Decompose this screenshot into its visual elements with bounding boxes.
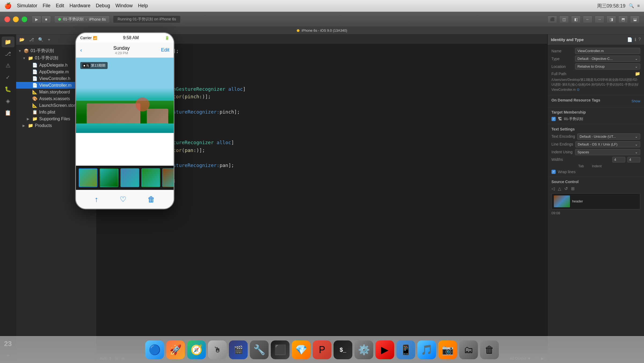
dock-app2[interactable]: 🎵 xyxy=(417,340,436,359)
dock-launchpad[interactable]: 🚀 xyxy=(166,340,185,359)
file-reveal-icon[interactable]: 📁 xyxy=(635,71,640,76)
target-checkbox[interactable]: ✓ xyxy=(551,117,556,121)
thumbnail-1[interactable] xyxy=(79,168,97,187)
apple-menu-icon[interactable]: 🍎 xyxy=(4,2,12,9)
menu-list-icon[interactable]: ≡ xyxy=(637,3,640,8)
inspector-help-icon[interactable]: ? xyxy=(638,37,641,42)
thumbnail-4[interactable] xyxy=(141,168,160,187)
inspector-info-icon[interactable]: ℹ xyxy=(635,37,636,42)
dock-trash[interactable]: 🗑 xyxy=(480,340,499,359)
dock-movie[interactable]: 🎬 xyxy=(229,340,248,359)
chevron-down-icon: ⌄ xyxy=(635,142,638,146)
menu-edit[interactable]: Edit xyxy=(56,3,64,9)
dock-app3[interactable]: 📷 xyxy=(438,340,457,359)
wrap-lines-checkbox[interactable]: ✓ xyxy=(551,170,556,174)
dock-video-app[interactable]: ▶ xyxy=(375,340,394,359)
issue-navigator-icon[interactable]: ⚠ xyxy=(2,60,14,71)
indent-dropdown[interactable]: Spaces ⌄ xyxy=(575,149,640,155)
back-button[interactable]: ‹ xyxy=(80,47,82,53)
favorite-button[interactable]: ♡ xyxy=(120,195,126,204)
sc-up-icon[interactable]: △ xyxy=(558,186,561,191)
maximize-button[interactable] xyxy=(21,16,27,22)
phone-screen: Carrier 📶 9:58 AM 🔋 ‹ Sunday 4:29 PM Edi… xyxy=(76,33,174,209)
dock-app1[interactable]: 📱 xyxy=(396,340,415,359)
type-dropdown[interactable]: Default - Objective-C... ⌄ xyxy=(575,56,640,62)
thumbnail-5[interactable] xyxy=(162,168,174,187)
thumbnail-3[interactable] xyxy=(120,168,139,187)
scheme-selector[interactable]: 01-手势识别 › iPhone 6s xyxy=(54,16,110,23)
phone-toolbar: ↑ ♡ 🗑 xyxy=(76,190,174,209)
day-title: Sunday 4:29 PM xyxy=(82,45,161,55)
widths-row: Widths 4 4 xyxy=(551,157,640,162)
photo-spacer xyxy=(76,133,174,166)
inspector-title: Identity and Type xyxy=(551,37,584,42)
share-button[interactable]: ↑ xyxy=(95,195,98,204)
menu-window[interactable]: Window xyxy=(115,3,133,9)
running-status: Running 01-手势识别 on iPhone 6s xyxy=(113,16,181,23)
location-dropdown[interactable]: Relative to Group ⌄ xyxy=(575,63,640,70)
nav-source-icon[interactable]: ⎇ xyxy=(28,36,35,43)
layout-btn-3[interactable]: ◧ xyxy=(571,16,581,23)
dock-cursor[interactable]: 🖱 xyxy=(208,340,227,359)
sc-refresh-icon[interactable]: ↺ xyxy=(564,186,568,191)
sc-grid-icon[interactable]: ⊞ xyxy=(571,186,575,191)
target-row: ✓ 🏗 01-手势识别 xyxy=(551,117,640,121)
menu-simulator[interactable]: Simulator xyxy=(17,3,37,9)
indent-width-input[interactable]: 4 xyxy=(627,157,640,162)
thumbnail-2[interactable] xyxy=(100,168,118,187)
nav-forward-btn[interactable]: → xyxy=(595,16,604,23)
minimize-button[interactable] xyxy=(13,16,19,22)
bottom-panel-btn[interactable]: ⬒ xyxy=(618,16,628,23)
indent-label: Indent Using xyxy=(551,150,573,154)
name-dropdown[interactable]: ViewController.m xyxy=(575,48,640,54)
delete-button[interactable]: 🗑 xyxy=(148,195,155,204)
menu-hardware[interactable]: Hardware xyxy=(69,3,90,9)
chevron-down-icon: ⌄ xyxy=(635,57,638,61)
dock-tools[interactable]: 🔧 xyxy=(250,340,269,359)
dock-terminal-app[interactable]: $_ xyxy=(334,340,352,359)
dock-app4[interactable]: 🗂 xyxy=(459,340,478,359)
search-menu-icon[interactable]: 🔍 xyxy=(629,3,634,8)
dock-pencil-app[interactable]: P xyxy=(313,340,331,359)
nav-filter-icon[interactable]: 🔍 xyxy=(37,36,45,43)
tab-width-input[interactable]: 4 xyxy=(612,157,625,162)
stop-button[interactable]: ■ xyxy=(41,16,51,23)
close-button[interactable] xyxy=(4,16,10,22)
dock-sketch-app[interactable]: 💎 xyxy=(292,340,310,359)
right-panel-btn[interactable]: ⬓ xyxy=(630,16,640,23)
sc-left-icon[interactable]: ◁ xyxy=(551,186,555,191)
file-navigator-icon[interactable]: 📁 xyxy=(2,37,14,47)
dock-safari[interactable]: 🧭 xyxy=(187,340,206,359)
show-button[interactable]: Show xyxy=(631,99,640,103)
layout-btn-2[interactable]: ◫ xyxy=(559,16,569,23)
nav-add-icon[interactable]: + xyxy=(47,36,51,43)
run-button[interactable]: ▶ xyxy=(32,16,41,23)
thumbnails-bar[interactable]: + xyxy=(76,166,174,190)
menu-file[interactable]: File xyxy=(43,3,50,9)
running-dot xyxy=(58,18,61,21)
edit-button[interactable]: Edit xyxy=(161,47,169,53)
nav-back-btn[interactable]: ← xyxy=(583,16,592,23)
path-copy-icon[interactable]: ⊙ xyxy=(577,88,580,92)
breakpoint-icon[interactable]: ◈ xyxy=(2,96,14,106)
dock-finder[interactable]: 🔵 xyxy=(145,340,164,359)
layout-btn-1[interactable]: ⬛ xyxy=(547,16,557,23)
menu-help[interactable]: Help xyxy=(138,3,148,9)
filepath-row: Full Path 📁 /Users/sen/Desktop/第13期是马iOS… xyxy=(551,71,640,92)
nav-folder-icon[interactable]: 📂 xyxy=(18,36,26,43)
widths-label: Widths xyxy=(551,157,573,162)
dock-prefs-app[interactable]: ⚙️ xyxy=(354,340,373,359)
menu-debug[interactable]: Debug xyxy=(96,3,110,9)
report-navigator-icon[interactable]: 📋 xyxy=(2,107,14,118)
main-photo[interactable]: ■ 马 第13期期 xyxy=(76,58,174,133)
test-navigator-icon[interactable]: ✓ xyxy=(2,72,14,83)
left-panel-btn[interactable]: ◨ xyxy=(606,16,616,23)
indent-row: Indent Using Spaces ⌄ xyxy=(551,149,640,155)
debug-navigator-icon[interactable]: 🐛 xyxy=(2,84,14,95)
inspector-file-icon[interactable]: 📄 xyxy=(627,37,632,42)
line-endings-dropdown[interactable]: Default - OS X / Unix (LF) ⌄ xyxy=(575,141,640,147)
line-endings-label: Line Endings xyxy=(551,142,573,146)
source-control-icon[interactable]: ⎇ xyxy=(2,48,14,59)
encoding-dropdown[interactable]: Default - Unicode (UT... ⌄ xyxy=(577,133,640,140)
dock-sketch2[interactable]: ⬛ xyxy=(271,340,290,359)
